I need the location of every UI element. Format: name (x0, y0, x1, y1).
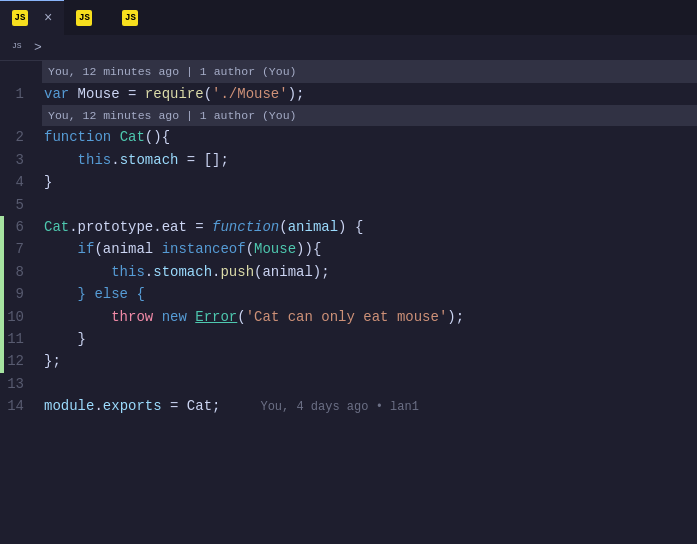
code-line: var Mouse = require('./Mouse'); (36, 83, 697, 105)
blame-tooltip: You, 12 minutes ago | 1 author (You) (42, 61, 697, 83)
breadcrumb-sep: > (34, 40, 42, 55)
line-number: 1 (4, 83, 36, 105)
line-number: 11 (4, 328, 36, 350)
code-line: } (36, 171, 697, 193)
code-line: function Cat(){ (36, 126, 697, 148)
js-icon-mouse: JS (122, 10, 138, 26)
js-icon-cat: JS (12, 10, 28, 26)
editor-content[interactable]: You, 12 minutes ago | 1 author (You)1var… (0, 61, 697, 544)
code-line: } else { (36, 283, 697, 305)
code-line: throw new Error('Cat can only eat mouse'… (36, 306, 697, 328)
tab-mouse[interactable]: JS (110, 0, 156, 35)
code-line: }; (36, 350, 697, 372)
code-line: if(animal instanceof(Mouse)){ (36, 238, 697, 260)
line-number: 7 (4, 238, 36, 260)
line-number: 4 (4, 171, 36, 193)
tab-bar: JS × JS JS (0, 0, 697, 35)
line-number: 13 (4, 373, 36, 395)
editor-container: JS × JS JS JS > You, 12 minutes ago | 1 … (0, 0, 697, 544)
line-number: 3 (4, 149, 36, 171)
line-number: 9 (4, 283, 36, 305)
tab-cat[interactable]: JS × (0, 0, 64, 35)
code-line (36, 194, 697, 216)
code-line: Cat.prototype.eat = function(animal) { (36, 216, 697, 238)
line-number: 6 (4, 216, 36, 238)
inline-blame: You, 4 days ago • lan1 (260, 400, 418, 414)
line-number: 10 (4, 306, 36, 328)
line-number: 14 (4, 395, 36, 417)
blame-tooltip: You, 12 minutes ago | 1 author (You) (42, 105, 697, 127)
tab-index[interactable]: JS (64, 0, 110, 35)
js-icon-index: JS (76, 10, 92, 26)
line-number: 5 (4, 194, 36, 216)
close-cat-button[interactable]: × (44, 11, 52, 25)
line-number: 8 (4, 261, 36, 283)
code-line: module.exports = Cat;You, 4 days ago • l… (36, 395, 697, 417)
editor: You, 12 minutes ago | 1 author (You)1var… (0, 61, 697, 544)
code-line (36, 373, 697, 395)
line-number: 12 (4, 350, 36, 372)
code-line: this.stomach = []; (36, 149, 697, 171)
breadcrumb-icon: JS (12, 41, 26, 55)
code-line: this.stomach.push(animal); (36, 261, 697, 283)
code-line: } (36, 328, 697, 350)
breadcrumb: JS > (0, 35, 697, 61)
line-number: 2 (4, 126, 36, 148)
